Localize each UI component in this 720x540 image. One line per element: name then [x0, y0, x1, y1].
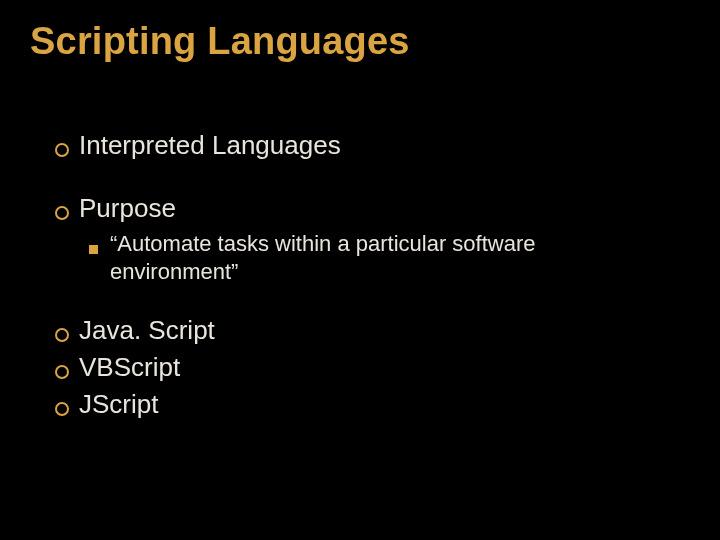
bullet-interpreted: Interpreted Languages [55, 130, 680, 161]
bullet-text: Java. Script [79, 315, 215, 346]
slide-title: Scripting Languages [30, 20, 410, 63]
bullet-text: JScript [79, 389, 158, 420]
spacer [55, 289, 680, 315]
slide-body: Interpreted Languages Purpose “Automate … [0, 100, 720, 540]
bullet-jscript: JScript [55, 389, 680, 420]
circle-bullet-icon [55, 328, 69, 342]
subbullet-text: “Automate tasks within a particular soft… [110, 230, 650, 285]
circle-bullet-icon [55, 143, 69, 157]
bullet-purpose: Purpose [55, 193, 680, 224]
slide: Scripting Languages Interpreted Language… [0, 0, 720, 540]
bullet-javascript: Java. Script [55, 315, 680, 346]
bullet-vbscript: VBScript [55, 352, 680, 383]
spacer [55, 167, 680, 193]
square-bullet-icon [89, 245, 98, 254]
bullet-text: VBScript [79, 352, 180, 383]
circle-bullet-icon [55, 365, 69, 379]
circle-bullet-icon [55, 402, 69, 416]
bullet-text: Purpose [79, 193, 176, 224]
circle-bullet-icon [55, 206, 69, 220]
subbullet-purpose-quote: “Automate tasks within a particular soft… [89, 230, 680, 285]
bullet-text: Interpreted Languages [79, 130, 341, 161]
title-band: Scripting Languages [0, 0, 720, 100]
